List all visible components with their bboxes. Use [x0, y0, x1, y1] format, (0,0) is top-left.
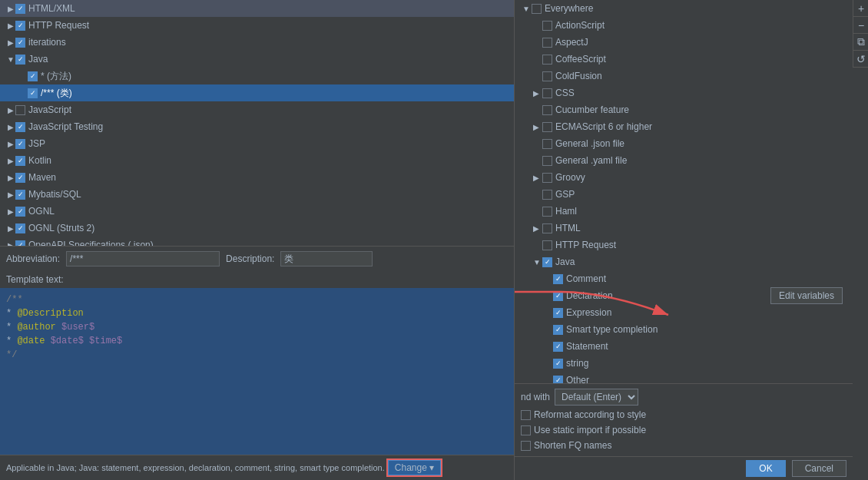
- popup-checkbox-html[interactable]: [542, 223, 552, 233]
- popup-item-coffeescript[interactable]: CoffeeScript: [515, 51, 853, 68]
- popup-checkbox-ecmascript[interactable]: [542, 122, 552, 132]
- popup-item-java-string[interactable]: string: [515, 355, 853, 372]
- tree-item-kotlin[interactable]: Kotlin: [0, 152, 514, 169]
- popup-checkbox-http-request-popup[interactable]: [542, 240, 552, 250]
- edit-variables-button[interactable]: Edit variables: [770, 287, 843, 304]
- checkbox-kotlin[interactable]: [15, 156, 25, 166]
- checkbox-iterations[interactable]: [15, 38, 25, 48]
- popup-item-gsp[interactable]: GSP: [515, 186, 853, 203]
- popup-label-html: HTML: [555, 223, 581, 233]
- add-button[interactable]: +: [853, 0, 868, 17]
- popup-label-coffeescript: CoffeeScript: [555, 54, 606, 65]
- tree-item-java-method[interactable]: * (方法): [0, 68, 514, 84]
- popup-checkbox-css[interactable]: [542, 88, 552, 98]
- tree-item-iterations[interactable]: iterations: [0, 34, 514, 51]
- popup-label-java-expression: Expression: [566, 307, 611, 318]
- shorten-fq-label: Shorten FQ names: [534, 440, 611, 451]
- tree-item-javascript[interactable]: JavaScript: [0, 101, 514, 118]
- description-input[interactable]: [280, 251, 373, 266]
- popup-item-actionscript[interactable]: ActionScript: [515, 17, 853, 34]
- popup-item-java-smart[interactable]: Smart type completion: [515, 321, 853, 338]
- popup-checkbox-everywhere[interactable]: [532, 4, 542, 14]
- checkbox-mybatis-sql[interactable]: [15, 190, 25, 200]
- popup-checkbox-java-other[interactable]: [553, 376, 563, 384]
- checkbox-java-method[interactable]: [28, 71, 38, 81]
- tree-item-openapi[interactable]: OpenAPI Specifications (.json): [0, 237, 514, 246]
- popup-item-groovy[interactable]: ▶Groovy: [515, 169, 853, 186]
- popup-checkbox-groovy[interactable]: [542, 173, 552, 183]
- template-tree: HTML/XMLHTTP RequestiterationsJava* (方法)…: [0, 0, 514, 246]
- popup-checkbox-java-smart[interactable]: [553, 325, 563, 335]
- checkbox-jsp[interactable]: [15, 139, 25, 149]
- popup-item-everywhere[interactable]: ▼Everywhere: [515, 0, 853, 17]
- ok-button[interactable]: OK: [746, 460, 785, 477]
- remove-button[interactable]: −: [853, 17, 868, 34]
- checkbox-java[interactable]: [15, 55, 25, 65]
- static-import-label: Use static import if possible: [534, 425, 646, 435]
- tree-item-java[interactable]: Java: [0, 51, 514, 68]
- tree-item-maven[interactable]: Maven: [0, 169, 514, 186]
- checkbox-ognl-struts[interactable]: [15, 223, 25, 233]
- popup-item-java-statement[interactable]: Statement: [515, 338, 853, 355]
- popup-checkbox-coldfusion[interactable]: [542, 71, 552, 81]
- popup-label-haml: Haml: [555, 206, 577, 217]
- popup-checkbox-aspectj[interactable]: [542, 38, 552, 48]
- popup-checkbox-java-string[interactable]: [553, 359, 563, 369]
- shorten-fq-checkbox[interactable]: [521, 441, 531, 451]
- popup-arrow-ecmascript: ▶: [533, 123, 542, 131]
- popup-checkbox-haml[interactable]: [542, 207, 552, 217]
- popup-checkbox-general-json[interactable]: [542, 139, 552, 149]
- tree-item-mybatis-sql[interactable]: Mybatis/SQL: [0, 186, 514, 203]
- popup-item-css[interactable]: ▶CSS: [515, 84, 853, 101]
- popup-item-cucumber[interactable]: Cucumber feature: [515, 101, 853, 118]
- abbreviation-input[interactable]: [66, 251, 220, 266]
- popup-item-general-json[interactable]: General .json file: [515, 135, 853, 152]
- popup-item-general-yaml[interactable]: General .yaml file: [515, 152, 853, 169]
- popup-checkbox-actionscript[interactable]: [542, 21, 552, 31]
- popup-item-aspectj[interactable]: AspectJ: [515, 34, 853, 51]
- checkbox-openapi[interactable]: [15, 240, 25, 247]
- tree-item-http-request[interactable]: HTTP Request: [0, 17, 514, 34]
- tree-item-ognl-struts[interactable]: OGNL (Struts 2): [0, 220, 514, 237]
- popup-item-haml[interactable]: Haml: [515, 203, 853, 220]
- popup-checkbox-java-statement[interactable]: [553, 342, 563, 352]
- popup-item-ecmascript[interactable]: ▶ECMAScript 6 or higher: [515, 118, 853, 135]
- popup-item-html[interactable]: ▶HTML: [515, 220, 853, 237]
- checkbox-java-class[interactable]: [28, 88, 38, 98]
- checkbox-javascript-testing[interactable]: [15, 122, 25, 132]
- checkbox-http-request[interactable]: [15, 21, 25, 31]
- change-button[interactable]: Change ▾: [388, 460, 441, 475]
- tree-item-ognl[interactable]: OGNL: [0, 203, 514, 220]
- popup-item-java-other[interactable]: Other: [515, 372, 853, 383]
- popup-checkbox-java-expression[interactable]: [553, 308, 563, 318]
- undo-button[interactable]: ↺: [853, 51, 868, 68]
- label-java-method: * (方法): [41, 70, 71, 83]
- tree-item-jsp[interactable]: JSP: [0, 135, 514, 152]
- copy-button[interactable]: ⧉: [853, 34, 868, 51]
- tree-item-html-xml[interactable]: HTML/XML: [0, 0, 514, 17]
- checkbox-javascript[interactable]: [15, 105, 25, 115]
- arrow-jsp: [6, 140, 15, 148]
- popup-item-http-request-popup[interactable]: HTTP Request: [515, 237, 853, 253]
- popup-item-coldfusion[interactable]: ColdFusion: [515, 68, 853, 84]
- popup-checkbox-cucumber[interactable]: [542, 105, 552, 115]
- reformat-checkbox[interactable]: [521, 410, 531, 420]
- arrow-iterations: [6, 38, 15, 47]
- tree-item-java-class[interactable]: /*** (类): [0, 84, 514, 101]
- end-with-select[interactable]: Default (Enter) Tab Enter Space None: [555, 389, 638, 406]
- popup-item-java-popup[interactable]: ▼Java: [515, 253, 853, 270]
- popup-checkbox-java-declaration[interactable]: [553, 291, 563, 301]
- tree-item-javascript-testing[interactable]: JavaScript Testing: [0, 118, 514, 135]
- static-import-checkbox[interactable]: [521, 425, 531, 435]
- popup-checkbox-gsp[interactable]: [542, 190, 552, 200]
- popup-checkbox-java-popup[interactable]: [542, 257, 552, 267]
- reformat-option-row: Reformat according to style: [521, 409, 846, 421]
- arrow-javascript: [6, 106, 15, 114]
- popup-checkbox-general-yaml[interactable]: [542, 156, 552, 166]
- checkbox-ognl[interactable]: [15, 207, 25, 217]
- checkbox-html-xml[interactable]: [15, 4, 25, 14]
- cancel-button[interactable]: Cancel: [792, 460, 846, 477]
- checkbox-maven[interactable]: [15, 173, 25, 183]
- popup-checkbox-java-comment[interactable]: [553, 274, 563, 284]
- popup-checkbox-coffeescript[interactable]: [542, 55, 552, 65]
